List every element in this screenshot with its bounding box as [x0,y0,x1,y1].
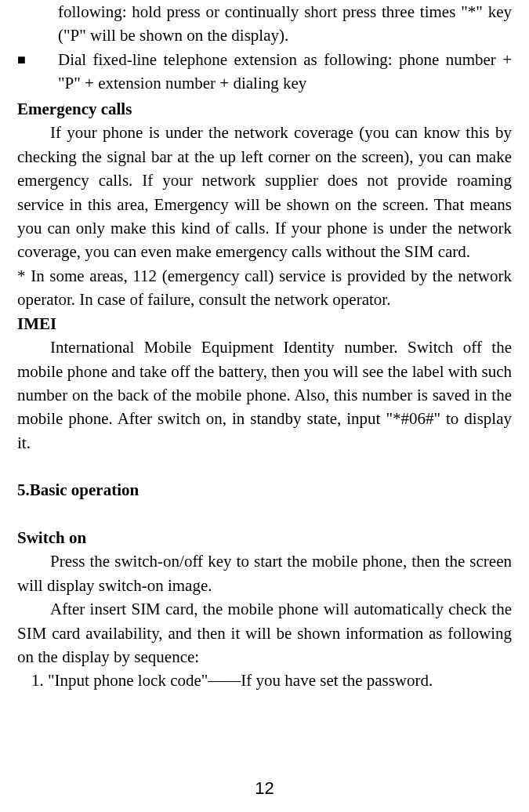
paragraph-switch-on-2: After insert SIM card, the mobile phone … [17,597,512,669]
bullet-text: Dial fixed-line telephone extension as f… [58,48,512,96]
bullet-square-icon: ■ [17,48,58,96]
paragraph-switch-on-1: Press the switch-on/off key to start the… [17,549,512,597]
page-number: 12 [0,776,529,801]
paragraph-imei: International Mobile Equipment Identity … [17,335,512,455]
heading-imei: IMEI [17,312,512,335]
heading-basic-operation: 5.Basic operation [17,478,512,502]
heading-emergency-calls: Emergency calls [17,97,512,121]
note-emergency: * In some areas, 112 (emergency call) se… [17,264,512,312]
bullet-continuation: following: hold press or continually sho… [17,0,512,48]
list-item-1: 1. "Input phone lock code"——If you have … [17,669,512,692]
paragraph-emergency: If your phone is under the network cover… [17,121,512,264]
heading-switch-on: Switch on [17,526,512,549]
bullet-item: ■ Dial fixed-line telephone extension as… [17,48,512,96]
